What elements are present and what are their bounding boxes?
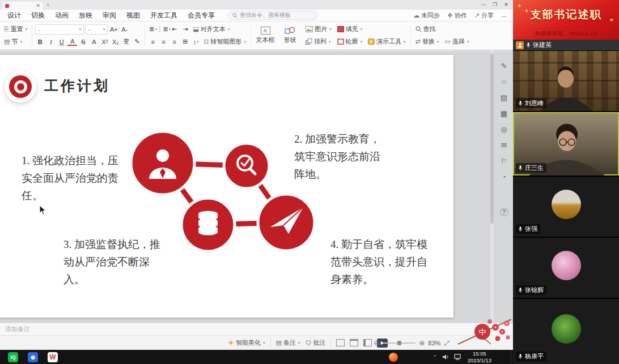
find-button[interactable]: 查找 xyxy=(414,24,441,35)
notes-toggle-button[interactable]: ▤备注▾ xyxy=(276,339,300,347)
sync-status-button[interactable]: ☁未同步 xyxy=(413,11,440,20)
slide-canvas[interactable]: 工作计划 1. 强化政治担当，压实全面从严治党的责任。 2. 加强警示教育，筑牢… xyxy=(0,55,453,318)
participant-tile[interactable]: 张强 xyxy=(513,177,619,238)
chart-tool-icon[interactable]: ◔ xyxy=(499,172,509,182)
menu-design[interactable]: 设计 xyxy=(2,10,26,21)
slide-point-1[interactable]: 1. 强化政治担当，压实全面从严治党的责任。 xyxy=(22,152,120,204)
justify-button[interactable]: ⊞ xyxy=(180,37,190,47)
grid-tool-icon[interactable]: ▦ xyxy=(499,108,509,118)
slide-diagram[interactable] xyxy=(116,122,326,263)
svg-text:中: 中 xyxy=(479,328,486,336)
zoom-slider[interactable] xyxy=(383,342,416,344)
shapes-button[interactable]: 形状 xyxy=(278,22,303,49)
slide-point-4[interactable]: 4. 勤于自省，筑牢模范带头意识，提升自身素养。 xyxy=(330,236,433,288)
participant-tile-active[interactable]: 庄三生 xyxy=(513,112,619,177)
participant-row-mini[interactable]: 张建英 xyxy=(513,40,619,51)
collapse-ribbon-button[interactable]: ︿ xyxy=(501,11,507,20)
wps-app-icon[interactable]: W xyxy=(48,352,58,362)
comments-button[interactable]: 🗨批注 xyxy=(305,339,325,347)
fill-button[interactable]: 填充▾ xyxy=(336,24,364,35)
close-button[interactable]: ✕ xyxy=(501,0,512,9)
presentation-tools-button[interactable]: 演示工具▾ xyxy=(366,36,408,48)
layout-tool-icon[interactable]: ▤ xyxy=(499,92,509,102)
collaborate-button[interactable]: ❖协作 xyxy=(447,11,467,20)
new-tab-button[interactable]: + xyxy=(46,2,49,8)
restore-button[interactable]: ❐ xyxy=(489,0,501,9)
minimize-button[interactable]: — xyxy=(478,0,489,9)
edit-tool-icon[interactable]: ✎ xyxy=(499,61,509,71)
superscript-button[interactable]: X² xyxy=(100,37,109,47)
iqiyi-app-icon[interactable]: iQ xyxy=(8,352,18,362)
volume-icon[interactable] xyxy=(442,354,449,360)
fit-slide-button[interactable]: ⤢ xyxy=(444,339,450,347)
network-icon[interactable] xyxy=(454,354,461,360)
reading-view-button[interactable] xyxy=(363,339,372,346)
align-left-button[interactable]: ≡ xyxy=(148,37,158,47)
align-text-button[interactable]: ⬓对齐文本▾ xyxy=(191,24,231,35)
picture-button[interactable]: 图片▾ xyxy=(304,24,333,35)
menu-animation[interactable]: 动画 xyxy=(50,10,74,21)
share-button[interactable]: ↗分享 xyxy=(474,11,494,20)
command-search-box[interactable]: 查找命令、搜索模板 xyxy=(228,11,317,20)
menu-slideshow[interactable]: 放映 xyxy=(74,10,97,21)
menu-view[interactable]: 视图 xyxy=(121,10,145,21)
highlight-button[interactable]: ✎ xyxy=(132,37,142,47)
tab-close-icon[interactable]: ✕ xyxy=(36,3,40,8)
normal-view-button[interactable] xyxy=(336,339,345,346)
flag-tool-icon[interactable]: ⚐ xyxy=(499,156,509,166)
target-tool-icon[interactable]: ◎ xyxy=(499,124,509,134)
smart-beautify-button[interactable]: 智能美化▾ xyxy=(228,339,265,347)
decrease-indent-button[interactable]: ⇤ xyxy=(169,24,179,35)
italic-button[interactable]: I xyxy=(46,37,56,47)
select-button[interactable]: ▭选择▾ xyxy=(443,36,470,48)
menu-devtools[interactable]: 开发工具 xyxy=(145,10,183,21)
section-button[interactable]: ▤节▾ xyxy=(2,36,29,48)
increase-indent-button[interactable]: ⇥ xyxy=(180,24,190,35)
phonetic-button[interactable]: 变 xyxy=(121,37,131,47)
participant-tile[interactable]: 张锦辉 xyxy=(513,238,619,299)
menu-member[interactable]: 会员专享 xyxy=(183,10,220,21)
numbering-button[interactable]: ⋮≣▾ xyxy=(159,24,168,35)
zoom-out-button[interactable]: ⊖ xyxy=(374,339,379,347)
bold-button[interactable]: B xyxy=(35,37,45,47)
mic-icon xyxy=(518,353,523,359)
line-spacing-button[interactable]: ↕▾ xyxy=(191,37,201,47)
favorite-tool-icon[interactable]: ☆ xyxy=(499,76,509,87)
zoom-in-button[interactable]: ⊕ xyxy=(419,339,425,347)
add-notes-placeholder: 添加备注 xyxy=(5,326,30,332)
replace-button[interactable]: ⇄替换▾ xyxy=(414,36,441,48)
subscript-button[interactable]: X₂ xyxy=(111,37,120,47)
font-size-select[interactable]: -▾ xyxy=(85,24,108,35)
participant-tile[interactable]: 刘恩峰 xyxy=(513,51,619,112)
font-family-select[interactable]: -▾ xyxy=(35,24,84,35)
taskbar-clock[interactable]: 15:05 2023/1/13 xyxy=(468,350,491,364)
outline-button[interactable]: 轮廓▾ xyxy=(336,36,364,48)
textbox-button[interactable]: A 文本框 xyxy=(253,22,278,49)
text-effect-button[interactable]: A xyxy=(89,37,99,47)
reset-button[interactable]: ⎘重置▾ xyxy=(2,24,29,35)
menu-transition[interactable]: 切换 xyxy=(26,10,50,21)
slide-sorter-view-button[interactable] xyxy=(350,339,358,346)
shrink-font-button[interactable]: A- xyxy=(120,24,129,35)
document-tab[interactable]: ✕ xyxy=(2,2,43,10)
align-right-button[interactable]: ≡ xyxy=(169,37,179,47)
strikethrough-button[interactable]: S xyxy=(78,37,88,47)
editor-scrollbar[interactable] xyxy=(490,50,494,323)
menu-review[interactable]: 审阅 xyxy=(97,10,121,21)
align-center-button[interactable]: ≡ xyxy=(159,37,168,47)
zoom-level[interactable]: 83% xyxy=(428,340,440,346)
participant-tile[interactable]: 杨康平 xyxy=(513,299,619,364)
mic-icon xyxy=(526,42,531,48)
grow-font-button[interactable]: A+ xyxy=(109,24,118,35)
tray-expand-icon[interactable]: ⌃ xyxy=(433,354,437,360)
smartart-convert-button[interactable]: ⊡转智能图形▾ xyxy=(202,36,248,48)
notes-bar[interactable]: 添加备注 xyxy=(0,323,513,335)
help-icon[interactable]: ? xyxy=(500,208,508,216)
browser-app-icon[interactable] xyxy=(389,353,398,362)
mail-tool-icon[interactable]: ✉ xyxy=(499,140,509,150)
arrange-button[interactable]: 排列▾ xyxy=(304,36,333,48)
meeting-app-icon[interactable]: ◉ xyxy=(28,352,38,362)
underline-button[interactable]: U xyxy=(57,37,66,47)
slide-title[interactable]: 工作计划 xyxy=(44,76,110,95)
font-color-button[interactable]: A xyxy=(67,37,77,46)
